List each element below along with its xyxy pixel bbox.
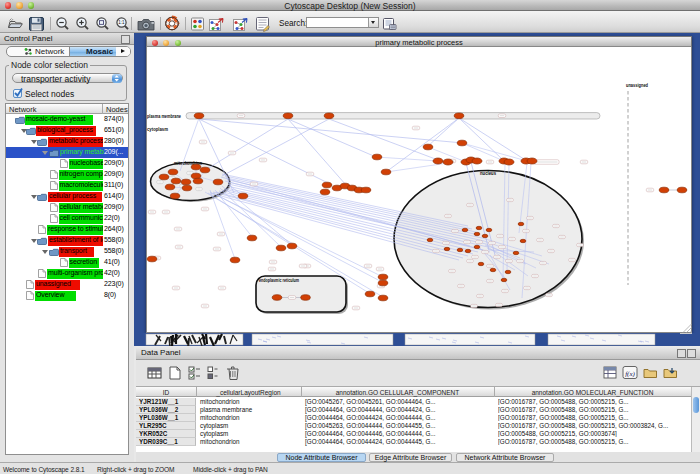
svg-text:1:1: 1:1 [118, 20, 125, 25]
svg-text:nucleus: nucleus [480, 171, 496, 176]
svg-text:cytoplasm: cytoplasm [147, 127, 168, 132]
svg-text:plasma membrane: plasma membrane [147, 114, 181, 119]
svg-text:f(x): f(x) [625, 370, 635, 378]
svg-text:unassigned: unassigned [626, 83, 648, 88]
svg-text:endoplasmic reticulum: endoplasmic reticulum [259, 278, 299, 283]
